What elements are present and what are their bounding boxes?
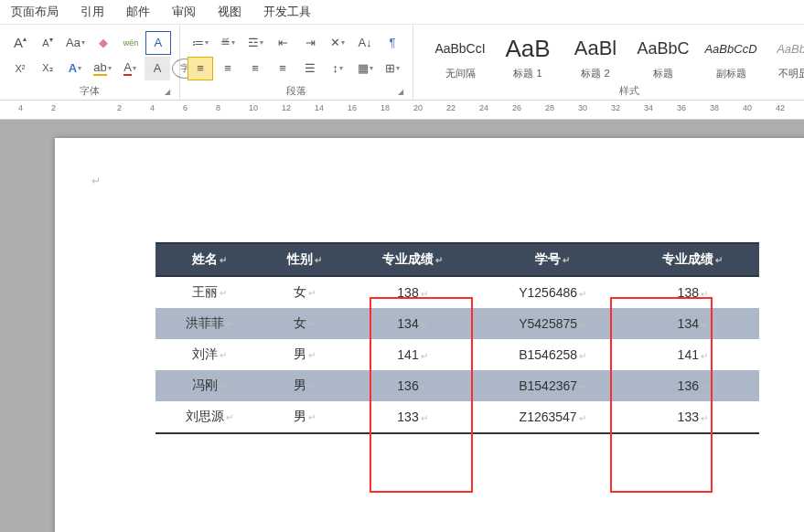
table-header[interactable]: 专业成绩↵ — [627, 243, 759, 276]
btn-show-marks[interactable]: ¶ — [380, 31, 405, 55]
tab-review[interactable]: 审阅 — [172, 4, 196, 20]
style-item[interactable]: AaBbCcI无间隔 — [426, 30, 494, 82]
ruler-mark: 20 — [413, 103, 423, 112]
table-cell[interactable]: 刘思源↵ — [155, 401, 263, 433]
btn-indent[interactable]: ⇥ — [297, 31, 323, 55]
btn-superscript[interactable]: X² — [7, 57, 33, 80]
table-cell[interactable]: B1546258↵ — [479, 339, 627, 370]
ruler-mark: 36 — [677, 103, 686, 112]
table-header[interactable]: 性别↵ — [263, 243, 346, 276]
tab-view[interactable]: 视图 — [218, 4, 241, 20]
btn-align-justify[interactable]: ≡ — [270, 57, 295, 80]
table-row[interactable]: 冯刚↵男↵136↵B1542367↵136↵ — [155, 370, 759, 401]
btn-phonetic[interactable]: wén — [118, 31, 144, 55]
btn-asian-layout[interactable]: ✕▾ — [325, 31, 350, 55]
table-cell[interactable]: 138↵ — [346, 276, 478, 308]
btn-sort[interactable]: A↓ — [352, 31, 378, 55]
btn-shrink-font[interactable]: A▾ — [35, 31, 60, 55]
ruler-mark: 30 — [578, 103, 587, 112]
table-cell[interactable]: Z1263547↵ — [479, 401, 627, 433]
table-header[interactable]: 专业成绩↵ — [346, 243, 478, 276]
table-cell[interactable]: Y5425875↵ — [479, 308, 627, 339]
ribbon-body: A▴ A▾ Aa▾ ◆ wén A X² X₂ A▾ ab▾ A▾ A — [0, 24, 804, 100]
style-item[interactable]: AaBl标题 2 — [562, 30, 629, 82]
group-label-styles[interactable]: 样式 — [421, 82, 804, 98]
btn-bullets[interactable]: ≔▾ — [188, 31, 213, 55]
table-cell[interactable]: 洪菲菲↵ — [155, 308, 263, 339]
table-row[interactable]: 王丽↵女↵138↵Y1256486↵138↵ — [155, 276, 759, 308]
btn-char-border[interactable]: A — [145, 31, 171, 55]
ruler-mark: 38 — [710, 103, 719, 112]
tab-mailings[interactable]: 邮件 — [126, 4, 150, 20]
style-item[interactable]: AaBbC标题 — [629, 30, 697, 82]
style-item[interactable]: AaBbCc不明显强 — [765, 30, 804, 82]
ruler-mark: 10 — [249, 103, 258, 112]
ruler-mark: 42 — [776, 103, 785, 112]
btn-font-color[interactable]: A▾ — [117, 57, 143, 80]
table-cell[interactable]: Y1256486↵ — [479, 276, 627, 308]
table-cell[interactable]: 男↵ — [263, 370, 346, 401]
table-cell[interactable]: B1542367↵ — [479, 370, 627, 401]
btn-shading[interactable]: ▦▾ — [352, 57, 378, 80]
btn-borders[interactable]: ⊞▾ — [380, 57, 405, 80]
table-row[interactable]: 刘洋↵男↵141↵B1546258↵141↵ — [155, 339, 759, 370]
table-cell[interactable]: 136↵ — [627, 370, 759, 401]
table-header[interactable]: 姓名↵ — [155, 243, 263, 276]
style-item[interactable]: AaBbCcD副标题 — [697, 30, 765, 82]
horizontal-ruler[interactable]: 4224681012141618202224262830323436384042… — [0, 101, 804, 120]
table-cell[interactable]: 王丽↵ — [155, 276, 263, 308]
table-cell[interactable]: 141↵ — [627, 339, 759, 370]
ruler-mark: 8 — [216, 103, 220, 112]
btn-multilevel[interactable]: ☲▾ — [242, 31, 268, 55]
paragraph-mark-icon: ↵ — [91, 175, 101, 187]
style-item[interactable]: AaB标题 1 — [494, 30, 562, 82]
ruler-mark: 40 — [743, 103, 752, 112]
group-paragraph: ≔▾ ≝▾ ☲▾ ⇤ ⇥ ✕▾ A↓ ¶ ≡ ≡ ≡ ≡ ☰ — [180, 25, 413, 100]
btn-char-shading[interactable]: A — [145, 57, 170, 80]
table-cell[interactable]: 136↵ — [346, 370, 478, 401]
table-cell[interactable]: 冯刚↵ — [155, 370, 263, 401]
table-cell[interactable]: 134↵ — [627, 308, 759, 339]
table-row[interactable]: 刘思源↵男↵133↵Z1263547↵133↵ — [155, 401, 759, 433]
table-cell[interactable]: 133↵ — [627, 401, 759, 433]
btn-grow-font[interactable]: A▴ — [7, 31, 33, 55]
ruler-mark: 2 — [117, 103, 122, 112]
table-cell[interactable]: 刘洋↵ — [155, 339, 263, 370]
data-table[interactable]: 姓名↵性别↵专业成绩↵学号↵专业成绩↵ 王丽↵女↵138↵Y1256486↵13… — [155, 242, 759, 434]
btn-subscript[interactable]: X₂ — [35, 57, 60, 80]
table-cell[interactable]: 134↵ — [346, 308, 478, 339]
tab-references[interactable]: 引用 — [80, 4, 104, 20]
style-gallery[interactable]: AaBbCcI无间隔AaB标题 1AaBl标题 2AaBbC标题AaBbCcD副… — [421, 28, 804, 82]
table-cell[interactable]: 男↵ — [263, 401, 346, 433]
document-page: ↵ 姓名↵性别↵专业成绩↵学号↵专业成绩↵ 王丽↵女↵138↵Y1256486↵… — [55, 138, 804, 532]
table-cell[interactable]: 女↵ — [263, 276, 346, 308]
btn-change-case[interactable]: Aa▾ — [62, 31, 89, 55]
ruler-mark: 6 — [183, 103, 188, 112]
group-label-font[interactable]: 字体 — [7, 82, 172, 98]
table-cell[interactable]: 133↵ — [346, 401, 478, 433]
btn-clear-format[interactable]: ◆ — [91, 31, 116, 55]
btn-align-distribute[interactable]: ☰ — [297, 57, 323, 80]
table-header[interactable]: 学号↵ — [479, 243, 627, 276]
btn-numbering[interactable]: ≝▾ — [215, 31, 241, 55]
btn-dedent[interactable]: ⇤ — [270, 31, 295, 55]
table-cell[interactable]: 141↵ — [346, 339, 478, 370]
table-cell[interactable]: 女↵ — [263, 308, 346, 339]
btn-align-right[interactable]: ≡ — [242, 57, 268, 80]
btn-highlight[interactable]: ab▾ — [90, 57, 115, 80]
table-row[interactable]: 洪菲菲↵女↵134↵Y5425875↵134↵ — [155, 308, 759, 339]
ruler-mark: 12 — [282, 103, 291, 112]
btn-line-spacing[interactable]: ↕▾ — [325, 57, 350, 80]
table-cell[interactable]: 138↵ — [627, 276, 759, 308]
btn-text-effects[interactable]: A▾ — [62, 57, 88, 80]
ruler-mark: 22 — [446, 103, 456, 112]
group-label-paragraph[interactable]: 段落 — [188, 82, 405, 98]
tab-developer[interactable]: 开发工具 — [263, 4, 311, 20]
tab-page-layout[interactable]: 页面布局 — [11, 4, 59, 20]
btn-align-center[interactable]: ≡ — [215, 57, 241, 80]
table-cell[interactable]: 男↵ — [263, 339, 346, 370]
document-workspace[interactable]: ↵ 姓名↵性别↵专业成绩↵学号↵专业成绩↵ 王丽↵女↵138↵Y1256486↵… — [0, 120, 804, 532]
ruler-mark: 34 — [644, 103, 653, 112]
ribbon: 页面布局 引用 邮件 审阅 视图 开发工具 A▴ A▾ Aa▾ ◆ wén A — [0, 0, 804, 101]
btn-align-left[interactable]: ≡ — [188, 57, 213, 80]
